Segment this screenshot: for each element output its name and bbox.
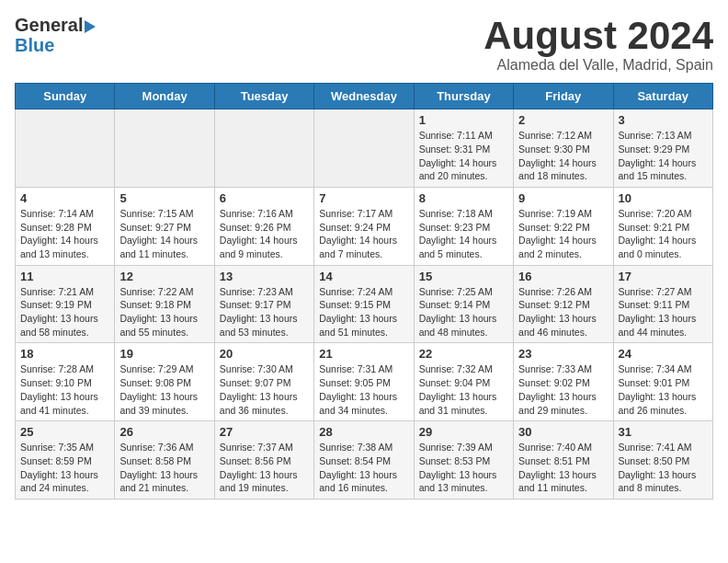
day-number: 30 xyxy=(518,425,608,439)
calendar-cell: 2Sunrise: 7:12 AMSunset: 9:30 PMDaylight… xyxy=(514,109,613,188)
day-number: 21 xyxy=(319,347,408,361)
day-info: Sunrise: 7:11 AMSunset: 9:31 PMDaylight:… xyxy=(419,129,508,183)
day-info: Sunrise: 7:15 AMSunset: 9:27 PMDaylight:… xyxy=(119,207,209,261)
day-info: Sunrise: 7:13 AMSunset: 9:29 PMDaylight:… xyxy=(619,129,708,183)
calendar-cell: 1Sunrise: 7:11 AMSunset: 9:31 PMDaylight… xyxy=(414,109,513,188)
location: Alameda del Valle, Madrid, Spain xyxy=(483,57,713,74)
day-number: 29 xyxy=(419,425,508,439)
day-number: 2 xyxy=(518,113,608,127)
calendar-week-row: 11Sunrise: 7:21 AMSunset: 9:19 PMDayligh… xyxy=(16,265,713,343)
calendar-cell: 3Sunrise: 7:13 AMSunset: 9:29 PMDaylight… xyxy=(613,109,712,188)
calendar-cell: 6Sunrise: 7:16 AMSunset: 9:26 PMDaylight… xyxy=(214,187,313,265)
calendar-cell: 4Sunrise: 7:14 AMSunset: 9:28 PMDaylight… xyxy=(16,187,115,265)
calendar-cell: 18Sunrise: 7:28 AMSunset: 9:10 PMDayligh… xyxy=(16,343,115,421)
calendar-cell: 10Sunrise: 7:20 AMSunset: 9:21 PMDayligh… xyxy=(613,187,712,265)
calendar-cell: 24Sunrise: 7:34 AMSunset: 9:01 PMDayligh… xyxy=(613,343,712,421)
day-info: Sunrise: 7:26 AMSunset: 9:12 PMDaylight:… xyxy=(518,285,608,339)
logo: General Blue xyxy=(15,15,97,55)
day-number: 18 xyxy=(20,347,109,361)
calendar-cell: 13Sunrise: 7:23 AMSunset: 9:17 PMDayligh… xyxy=(214,265,313,343)
day-info: Sunrise: 7:30 AMSunset: 9:07 PMDaylight:… xyxy=(220,362,309,417)
day-info: Sunrise: 7:25 AMSunset: 9:14 PMDaylight:… xyxy=(419,285,508,339)
day-number: 15 xyxy=(419,270,508,283)
day-info: Sunrise: 7:37 AMSunset: 8:56 PMDaylight:… xyxy=(220,441,309,495)
calendar-day-header: Thursday xyxy=(414,84,513,109)
calendar-day-header: Saturday xyxy=(613,84,712,109)
day-number: 9 xyxy=(518,191,608,205)
day-info: Sunrise: 7:27 AMSunset: 9:11 PMDaylight:… xyxy=(619,285,708,339)
day-info: Sunrise: 7:20 AMSunset: 9:21 PMDaylight:… xyxy=(619,207,708,261)
day-number: 14 xyxy=(319,270,408,283)
calendar-cell: 27Sunrise: 7:37 AMSunset: 8:56 PMDayligh… xyxy=(214,421,313,500)
calendar-cell: 15Sunrise: 7:25 AMSunset: 9:14 PMDayligh… xyxy=(414,265,513,343)
day-info: Sunrise: 7:18 AMSunset: 9:23 PMDaylight:… xyxy=(419,207,508,261)
day-number: 27 xyxy=(220,425,309,439)
calendar-cell: 16Sunrise: 7:26 AMSunset: 9:12 PMDayligh… xyxy=(514,265,613,343)
day-number: 28 xyxy=(319,425,408,439)
calendar-cell: 22Sunrise: 7:32 AMSunset: 9:04 PMDayligh… xyxy=(414,343,513,421)
day-info: Sunrise: 7:33 AMSunset: 9:02 PMDaylight:… xyxy=(518,362,608,417)
calendar-cell: 28Sunrise: 7:38 AMSunset: 8:54 PMDayligh… xyxy=(314,421,414,500)
day-number: 4 xyxy=(20,191,109,205)
calendar-cell: 23Sunrise: 7:33 AMSunset: 9:02 PMDayligh… xyxy=(514,343,613,421)
day-number: 6 xyxy=(220,191,309,205)
calendar-cell: 8Sunrise: 7:18 AMSunset: 9:23 PMDaylight… xyxy=(414,187,513,265)
calendar-day-header: Friday xyxy=(514,84,613,109)
day-info: Sunrise: 7:31 AMSunset: 9:05 PMDaylight:… xyxy=(319,362,408,417)
day-number: 7 xyxy=(319,191,408,205)
calendar-week-row: 18Sunrise: 7:28 AMSunset: 9:10 PMDayligh… xyxy=(16,343,713,421)
day-info: Sunrise: 7:17 AMSunset: 9:24 PMDaylight:… xyxy=(319,207,408,261)
day-info: Sunrise: 7:39 AMSunset: 8:53 PMDaylight:… xyxy=(419,441,508,495)
month-title: August 2024 xyxy=(483,15,713,57)
day-number: 8 xyxy=(419,191,508,205)
calendar-week-row: 4Sunrise: 7:14 AMSunset: 9:28 PMDaylight… xyxy=(16,187,713,265)
calendar-header-row: SundayMondayTuesdayWednesdayThursdayFrid… xyxy=(16,84,713,109)
day-number: 17 xyxy=(619,270,708,283)
day-info: Sunrise: 7:34 AMSunset: 9:01 PMDaylight:… xyxy=(619,362,708,417)
day-number: 12 xyxy=(119,270,209,283)
calendar-cell: 29Sunrise: 7:39 AMSunset: 8:53 PMDayligh… xyxy=(414,421,513,500)
day-number: 13 xyxy=(220,270,309,283)
logo-text: General xyxy=(15,15,97,35)
day-number: 22 xyxy=(419,347,508,361)
calendar-day-header: Tuesday xyxy=(214,84,313,109)
calendar-cell xyxy=(115,109,214,188)
calendar-day-header: Sunday xyxy=(16,84,115,109)
logo-blue-text: Blue xyxy=(15,35,97,55)
calendar-cell: 20Sunrise: 7:30 AMSunset: 9:07 PMDayligh… xyxy=(214,343,313,421)
day-info: Sunrise: 7:36 AMSunset: 8:58 PMDaylight:… xyxy=(119,441,209,495)
calendar-cell: 17Sunrise: 7:27 AMSunset: 9:11 PMDayligh… xyxy=(613,265,712,343)
day-info: Sunrise: 7:29 AMSunset: 9:08 PMDaylight:… xyxy=(119,362,209,417)
calendar-cell: 12Sunrise: 7:22 AMSunset: 9:18 PMDayligh… xyxy=(115,265,214,343)
calendar-cell: 14Sunrise: 7:24 AMSunset: 9:15 PMDayligh… xyxy=(314,265,414,343)
calendar-cell: 31Sunrise: 7:41 AMSunset: 8:50 PMDayligh… xyxy=(613,421,712,500)
day-info: Sunrise: 7:35 AMSunset: 8:59 PMDaylight:… xyxy=(20,441,109,495)
day-number: 23 xyxy=(518,347,608,361)
day-info: Sunrise: 7:21 AMSunset: 9:19 PMDaylight:… xyxy=(20,285,109,339)
day-number: 25 xyxy=(20,425,109,439)
day-number: 16 xyxy=(518,270,608,283)
day-number: 26 xyxy=(119,425,209,439)
day-info: Sunrise: 7:14 AMSunset: 9:28 PMDaylight:… xyxy=(20,207,109,261)
calendar-day-header: Monday xyxy=(115,84,214,109)
day-number: 10 xyxy=(619,191,708,205)
day-number: 5 xyxy=(119,191,209,205)
day-info: Sunrise: 7:24 AMSunset: 9:15 PMDaylight:… xyxy=(319,285,408,339)
logo-arrow-icon xyxy=(85,20,96,33)
day-info: Sunrise: 7:40 AMSunset: 8:51 PMDaylight:… xyxy=(518,441,608,495)
calendar: SundayMondayTuesdayWednesdayThursdayFrid… xyxy=(15,83,713,500)
calendar-week-row: 1Sunrise: 7:11 AMSunset: 9:31 PMDaylight… xyxy=(16,109,713,188)
title-block: August 2024 Alameda del Valle, Madrid, S… xyxy=(483,15,713,74)
calendar-cell: 5Sunrise: 7:15 AMSunset: 9:27 PMDaylight… xyxy=(115,187,214,265)
day-number: 3 xyxy=(619,113,708,127)
day-number: 31 xyxy=(619,425,708,439)
calendar-cell: 19Sunrise: 7:29 AMSunset: 9:08 PMDayligh… xyxy=(115,343,214,421)
calendar-cell xyxy=(16,109,115,188)
calendar-cell xyxy=(214,109,313,188)
day-number: 24 xyxy=(619,347,708,361)
day-info: Sunrise: 7:38 AMSunset: 8:54 PMDaylight:… xyxy=(319,441,408,495)
calendar-week-row: 25Sunrise: 7:35 AMSunset: 8:59 PMDayligh… xyxy=(16,421,713,500)
day-info: Sunrise: 7:16 AMSunset: 9:26 PMDaylight:… xyxy=(220,207,309,261)
calendar-cell: 21Sunrise: 7:31 AMSunset: 9:05 PMDayligh… xyxy=(314,343,414,421)
calendar-cell: 30Sunrise: 7:40 AMSunset: 8:51 PMDayligh… xyxy=(514,421,613,500)
